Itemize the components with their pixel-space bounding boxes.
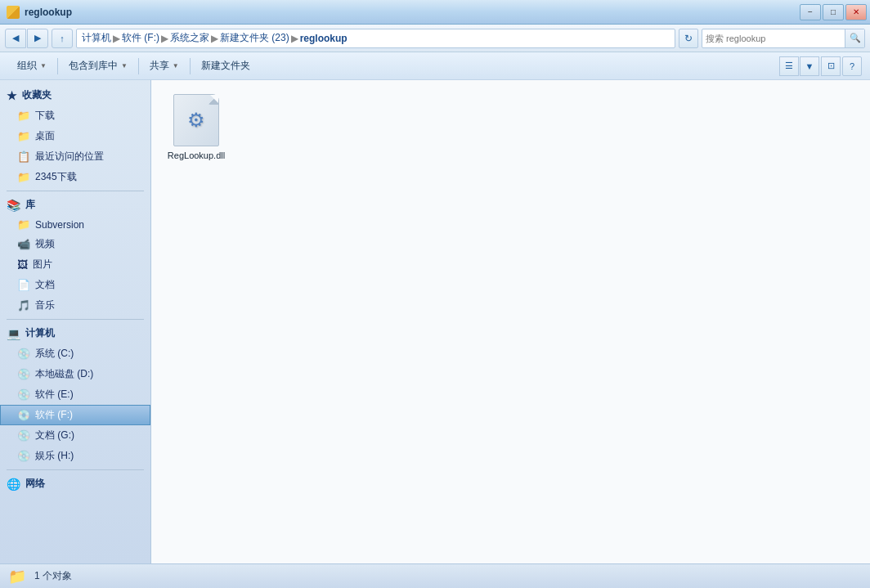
documents-label: 文档 bbox=[35, 278, 55, 292]
window-controls: − □ ✕ bbox=[800, 4, 867, 20]
breadcrumb-item-systemhome[interactable]: 系统之家 bbox=[170, 31, 209, 45]
share-arrow: ▼ bbox=[173, 62, 179, 70]
divider-1 bbox=[7, 191, 144, 191]
computer-label: 计算机 bbox=[25, 326, 55, 340]
title-bar: reglookup − □ ✕ bbox=[0, 0, 870, 25]
desktop-icon: 📁 bbox=[17, 130, 30, 142]
subversion-label: Subversion bbox=[35, 219, 84, 231]
videos-icon: 📹 bbox=[17, 238, 30, 250]
library-icon: 📚 bbox=[7, 199, 20, 212]
new-folder-label: 新建文件夹 bbox=[201, 59, 250, 73]
sidebar-item-drive-f[interactable]: 💿 软件 (F:) bbox=[0, 405, 150, 425]
sidebar-section-network: 🌐 网络 bbox=[0, 474, 150, 494]
favorites-label: 收藏夹 bbox=[22, 88, 52, 102]
file-name-reglookup: RegLookup.dll bbox=[168, 150, 225, 161]
drive-c-icon: 💿 bbox=[17, 348, 30, 360]
toolbar-right: ☰ ▼ ⊡ ? bbox=[779, 56, 862, 76]
dll-icon-shape: ⚙ bbox=[173, 94, 219, 146]
minimize-button[interactable]: − bbox=[800, 4, 821, 20]
2345-label: 2345下载 bbox=[35, 170, 77, 184]
window-title: reglookup bbox=[25, 7, 72, 18]
share-label: 共享 bbox=[150, 59, 169, 73]
breadcrumb-bar[interactable]: 计算机 ▶ 软件 (F:) ▶ 系统之家 ▶ 新建文件夹 (23) ▶ regl… bbox=[76, 29, 675, 48]
download-icon: 📁 bbox=[17, 110, 30, 122]
view-controls: ☰ ▼ bbox=[779, 56, 819, 76]
network-label: 网络 bbox=[25, 477, 45, 491]
sidebar-item-2345[interactable]: 📁 2345下载 bbox=[0, 167, 150, 187]
pictures-icon: 🖼 bbox=[17, 258, 28, 271]
breadcrumb-item-computer[interactable]: 计算机 bbox=[82, 31, 111, 45]
sidebar-section-library: 📚 库 📁 Subversion 📹 视频 🖼 图片 📄 文档 🎵 音乐 bbox=[0, 195, 150, 316]
sidebar-item-drive-c[interactable]: 💿 系统 (C:) bbox=[0, 343, 150, 364]
close-button[interactable]: ✕ bbox=[845, 4, 867, 20]
drive-e-label: 软件 (E:) bbox=[35, 388, 74, 402]
include-button[interactable]: 包含到库中 ▼ bbox=[60, 55, 137, 78]
drive-g-label: 文档 (G:) bbox=[35, 429, 74, 442]
sidebar-item-drive-h[interactable]: 💿 娱乐 (H:) bbox=[0, 446, 150, 466]
subversion-icon: 📁 bbox=[17, 218, 30, 231]
breadcrumb-item-reglookup[interactable]: reglookup bbox=[300, 33, 348, 44]
network-icon: 🌐 bbox=[7, 478, 20, 491]
forward-button[interactable]: ▶ bbox=[27, 29, 48, 48]
documents-icon: 📄 bbox=[17, 279, 30, 291]
organize-button[interactable]: 组织 ▼ bbox=[8, 55, 56, 78]
computer-icon: 💻 bbox=[7, 327, 20, 340]
sidebar-item-subversion[interactable]: 📁 Subversion bbox=[0, 215, 150, 234]
sidebar-item-desktop[interactable]: 📁 桌面 bbox=[0, 126, 150, 146]
refresh-button[interactable]: ↻ bbox=[679, 29, 698, 48]
file-icon-reglookup: ⚙ bbox=[170, 94, 222, 146]
sidebar-item-recent[interactable]: 📋 最近访问的位置 bbox=[0, 146, 150, 167]
search-input[interactable] bbox=[702, 34, 845, 43]
view-toggle-button[interactable]: ☰ bbox=[779, 56, 799, 76]
sidebar-item-drive-g[interactable]: 💿 文档 (G:) bbox=[0, 425, 150, 446]
toolbar-sep-1 bbox=[57, 58, 58, 74]
drive-d-label: 本地磁盘 (D:) bbox=[35, 367, 93, 381]
music-icon: 🎵 bbox=[17, 299, 30, 312]
sidebar-item-download[interactable]: 📁 下载 bbox=[0, 105, 150, 126]
drive-d-icon: 💿 bbox=[17, 368, 30, 380]
sidebar-header-favorites: ★ 收藏夹 bbox=[0, 85, 150, 105]
pictures-label: 图片 bbox=[33, 258, 52, 272]
sidebar-item-drive-d[interactable]: 💿 本地磁盘 (D:) bbox=[0, 364, 150, 384]
view-dropdown-button[interactable]: ▼ bbox=[800, 56, 819, 76]
organize-label: 组织 bbox=[17, 59, 37, 73]
recent-label: 最近访问的位置 bbox=[35, 150, 104, 164]
file-area: ⚙ RegLookup.dll bbox=[151, 80, 870, 563]
drive-h-label: 娱乐 (H:) bbox=[35, 449, 74, 463]
drive-h-icon: 💿 bbox=[17, 450, 30, 462]
drive-f-icon: 💿 bbox=[17, 409, 30, 421]
drive-g-icon: 💿 bbox=[17, 429, 30, 442]
sidebar-section-computer: 💻 计算机 💿 系统 (C:) 💿 本地磁盘 (D:) 💿 软件 (E:) 💿 … bbox=[0, 323, 150, 466]
preview-pane-button[interactable]: ⊡ bbox=[821, 56, 841, 76]
breadcrumb-item-drive[interactable]: 软件 (F:) bbox=[122, 31, 159, 45]
sidebar-item-music[interactable]: 🎵 音乐 bbox=[0, 295, 150, 316]
search-button[interactable]: 🔍 bbox=[845, 29, 864, 47]
status-folder-icon: 📁 bbox=[8, 568, 26, 586]
share-button[interactable]: 共享 ▼ bbox=[141, 55, 188, 78]
download-label: 下载 bbox=[35, 109, 55, 123]
drive-e-icon: 💿 bbox=[17, 388, 30, 401]
maximize-button[interactable]: □ bbox=[823, 4, 844, 20]
include-label: 包含到库中 bbox=[69, 59, 118, 73]
toolbar-sep-3 bbox=[190, 58, 191, 74]
new-folder-button[interactable]: 新建文件夹 bbox=[192, 55, 259, 78]
divider-2 bbox=[7, 319, 144, 320]
back-button[interactable]: ◀ bbox=[5, 29, 26, 48]
sidebar-item-documents[interactable]: 📄 文档 bbox=[0, 275, 150, 295]
sidebar-header-network: 🌐 网络 bbox=[0, 474, 150, 494]
sidebar-item-pictures[interactable]: 🖼 图片 bbox=[0, 254, 150, 275]
toolbar-sep-2 bbox=[138, 58, 139, 74]
app-icon bbox=[7, 6, 20, 19]
sidebar-item-videos[interactable]: 📹 视频 bbox=[0, 234, 150, 254]
file-item-reglookup[interactable]: ⚙ RegLookup.dll bbox=[159, 88, 233, 167]
drive-f-label: 软件 (F:) bbox=[35, 408, 73, 422]
nav-buttons: ◀ ▶ bbox=[5, 29, 48, 48]
music-label: 音乐 bbox=[35, 298, 55, 312]
up-button[interactable]: ↑ bbox=[52, 29, 73, 48]
videos-label: 视频 bbox=[35, 237, 55, 251]
help-button[interactable]: ? bbox=[842, 56, 862, 76]
address-bar: ◀ ▶ ↑ 计算机 ▶ 软件 (F:) ▶ 系统之家 ▶ 新建文件夹 (23) … bbox=[0, 25, 870, 52]
sidebar-item-drive-e[interactable]: 💿 软件 (E:) bbox=[0, 384, 150, 405]
search-box[interactable]: 🔍 bbox=[702, 29, 865, 48]
breadcrumb-item-newfolder[interactable]: 新建文件夹 (23) bbox=[220, 31, 289, 45]
